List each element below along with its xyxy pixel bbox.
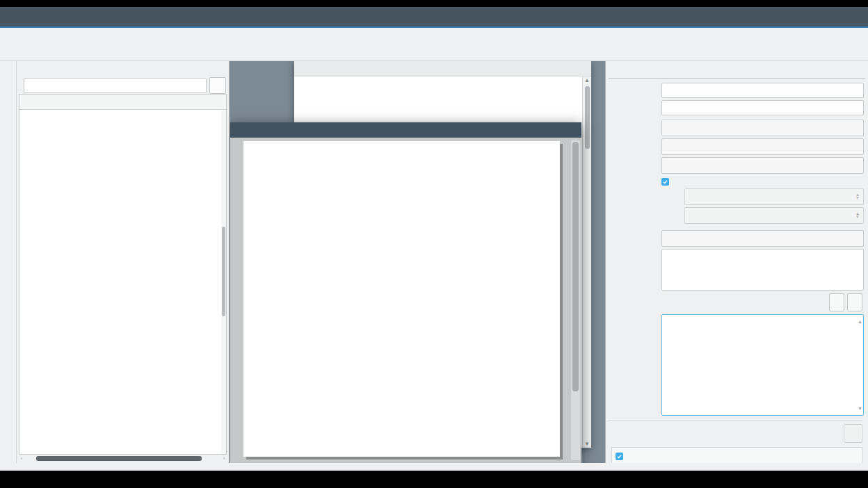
- model-label: [611, 230, 661, 232]
- worksheet-vertical-scrollbar[interactable]: [571, 140, 580, 460]
- options-button[interactable]: [847, 293, 862, 311]
- window-titlebar[interactable]: [0, 7, 868, 28]
- cartesian-plot-toolbar: [0, 61, 17, 463]
- spreadsheet-icon: [298, 63, 311, 75]
- y-data-combobox[interactable]: [661, 138, 864, 155]
- mdi-area: ▲▼: [230, 61, 605, 463]
- results-label: [611, 314, 661, 316]
- status-strip: [0, 463, 868, 471]
- weights-combobox[interactable]: [661, 157, 864, 174]
- worksheet-page[interactable]: [243, 141, 560, 457]
- recalculate-button[interactable]: [844, 424, 862, 443]
- name-field[interactable]: [661, 83, 864, 98]
- labplot-app-icon: [4, 10, 17, 23]
- main-toolbar: [0, 42, 868, 61]
- y-data-label: [611, 138, 661, 140]
- visible-checkbox[interactable]: [611, 447, 862, 463]
- fx-label: [611, 249, 661, 259]
- fit-results-text[interactable]: ▲▼: [661, 314, 864, 416]
- fit-to-data-plot[interactable]: [262, 152, 549, 333]
- parameters-button[interactable]: [829, 293, 844, 311]
- labplot-window: ‹› ▲▼: [0, 7, 868, 471]
- model-combobox[interactable]: [661, 230, 864, 247]
- x-range-label: [611, 176, 661, 178]
- tree-header[interactable]: [19, 95, 226, 110]
- project-explorer-panel: ‹›: [17, 61, 230, 463]
- auto-range-checkbox[interactable]: [661, 176, 864, 186]
- fit-dock: ▲▼ ▲▼: [605, 61, 868, 463]
- formula-editor[interactable]: [661, 249, 864, 291]
- tree-horizontal-scrollbar[interactable]: ‹›: [19, 455, 227, 462]
- spreadsheet-window-titlebar[interactable]: [294, 61, 591, 76]
- close-icon[interactable]: [847, 10, 860, 23]
- maximize-diamond-icon[interactable]: [826, 10, 839, 23]
- worksheet-window[interactable]: [230, 122, 581, 463]
- max-spinbox[interactable]: ▲▼: [684, 207, 864, 224]
- comment-field[interactable]: [661, 100, 864, 115]
- menubar: [0, 28, 868, 42]
- x-data-label: [611, 120, 661, 122]
- name-label: [611, 83, 661, 85]
- spreadsheet-vertical-scrollbar[interactable]: ▲▼: [582, 76, 591, 448]
- x-data-combobox[interactable]: [661, 120, 864, 136]
- minimize-chevron-icon[interactable]: [805, 10, 818, 23]
- worksheet-window-titlebar[interactable]: [230, 122, 581, 138]
- min-spinbox[interactable]: ▲▼: [684, 188, 864, 205]
- residuals-plot[interactable]: [262, 342, 548, 443]
- filter-options-button[interactable]: [209, 77, 226, 94]
- weights-label: [611, 157, 661, 159]
- worksheet-view[interactable]: [230, 138, 581, 463]
- pin-icon[interactable]: [22, 10, 35, 23]
- comment-label: [611, 100, 661, 102]
- checkbox-checked-icon: [661, 178, 669, 186]
- search-input[interactable]: [24, 78, 207, 93]
- tree-vertical-scrollbar[interactable]: [221, 110, 226, 454]
- project-tree: [19, 94, 227, 455]
- chevrons-up-icon[interactable]: [40, 10, 53, 23]
- checkbox-checked-icon: [616, 453, 623, 460]
